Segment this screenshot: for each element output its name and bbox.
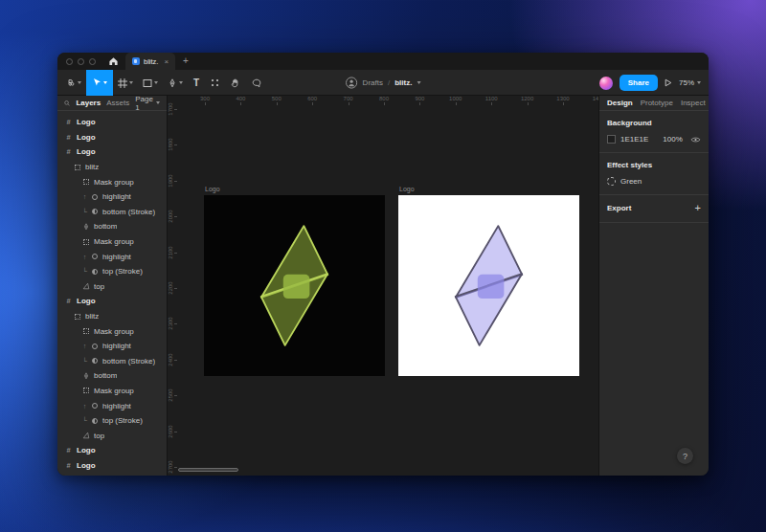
vector-icon (80, 372, 91, 380)
breadcrumb[interactable]: Drafts / blitz. (346, 70, 421, 96)
ellipse-icon (89, 344, 100, 349)
shape-tool-button[interactable] (138, 70, 163, 96)
background-hex[interactable]: 1E1E1E (620, 135, 648, 144)
layer-row[interactable]: #Logo (57, 144, 167, 160)
window-close-button[interactable] (66, 58, 73, 65)
background-opacity[interactable]: 100% (663, 135, 682, 144)
pen-tool-button[interactable] (163, 70, 188, 96)
layer-row[interactable]: Mask group (57, 323, 167, 339)
resources-tool-button[interactable] (205, 70, 225, 96)
ruler-tick (174, 395, 177, 396)
add-export-button[interactable]: + (695, 203, 701, 213)
tab-prototype[interactable]: Prototype (641, 99, 673, 107)
home-button[interactable] (104, 53, 122, 70)
vector-icon (80, 432, 91, 439)
visibility-toggle[interactable] (690, 136, 701, 144)
artboard-label[interactable]: Logo (205, 186, 220, 192)
layer-row[interactable]: ↑highlight (57, 398, 167, 413)
frame-icon: # (63, 133, 74, 142)
vector-icon (80, 223, 91, 231)
page-name: Page 1 (135, 96, 153, 112)
new-tab-button[interactable]: + (183, 56, 189, 66)
layer-row[interactable]: #Logo (57, 115, 167, 130)
tab-assets[interactable]: Assets (106, 99, 129, 107)
layer-row[interactable]: ↑highlight (57, 189, 167, 205)
file-tab[interactable]: blitz. × (125, 53, 175, 70)
mask-indicator-icon: └ (80, 209, 89, 215)
ruler-tick-label: 400 (230, 96, 251, 101)
toolbar: T Drafts / blitz. (57, 70, 709, 96)
zoom-menu[interactable]: 75% (679, 78, 701, 87)
layer-row[interactable]: #Logo (57, 458, 167, 474)
ruler-tick-label: 900 (409, 96, 430, 101)
pen-icon (168, 78, 177, 88)
layer-row[interactable]: └bottom (Stroke) (57, 354, 167, 369)
lightning-bolt-logo[interactable] (204, 195, 385, 376)
tab-layers[interactable]: Layers (76, 99, 101, 107)
chevron-down-icon (78, 81, 81, 84)
layer-name: Mask group (94, 327, 134, 336)
layer-row[interactable]: Mask group (57, 384, 167, 399)
move-cursor-icon (92, 78, 101, 88)
tab-design[interactable]: Design (607, 99, 633, 107)
search-icon[interactable] (64, 100, 70, 107)
frame-tool-button[interactable] (113, 70, 138, 96)
layer-row[interactable]: bottom (57, 368, 167, 384)
window-zoom-button[interactable] (89, 58, 96, 65)
window-minimize-button[interactable] (78, 58, 84, 65)
ruler-tick (312, 102, 313, 105)
layer-row[interactable]: #Logo (57, 294, 167, 309)
chevron-down-icon[interactable] (417, 81, 420, 84)
ruler-tick-label: 500 (266, 96, 287, 101)
layer-row[interactable]: └top (Stroke) (57, 413, 167, 429)
ruler-tick (240, 102, 241, 105)
layer-name: Logo (77, 297, 96, 305)
page-selector[interactable]: Page 1 (135, 96, 160, 112)
ruler-tick (491, 102, 492, 105)
layer-row[interactable]: bottom (57, 219, 167, 234)
lightning-bolt-logo[interactable] (398, 195, 579, 376)
mask-indicator-icon: └ (80, 268, 89, 275)
layer-row[interactable]: #Logo (57, 443, 167, 458)
layer-row[interactable]: Mask group (57, 174, 167, 189)
collaborator-avatar-icon (346, 77, 358, 89)
artboard-light[interactable]: Logo (398, 195, 579, 376)
layer-row[interactable]: ↑highlight (57, 339, 167, 354)
present-icon[interactable] (665, 78, 672, 87)
layer-row[interactable]: Mask group (57, 234, 167, 250)
ruler-tick (174, 216, 177, 217)
ruler-tick-label: 600 (302, 96, 323, 101)
canvas[interactable]: 3004005006007008009001000110012001300140… (168, 96, 598, 476)
text-tool-button[interactable]: T (188, 70, 205, 96)
layer-row[interactable]: blitz (57, 309, 167, 324)
artboard-dark[interactable]: Logo (204, 195, 385, 376)
mask-group-icon (80, 179, 91, 185)
main-menu-button[interactable] (61, 70, 86, 96)
layer-row[interactable]: └top (Stroke) (57, 264, 167, 279)
comment-tool-button[interactable] (246, 70, 267, 96)
share-button[interactable]: Share (620, 75, 658, 91)
effect-style-item[interactable]: Green (607, 177, 701, 186)
tab-inspect[interactable]: Inspect (681, 99, 706, 107)
horizontal-scrollbar[interactable] (178, 468, 238, 472)
tab-close-icon[interactable]: × (164, 57, 169, 66)
layer-name: Logo (77, 446, 96, 454)
help-button[interactable]: ? (677, 448, 693, 464)
ellipse-icon (89, 194, 100, 200)
ruler-tick (174, 467, 177, 468)
artboard-label[interactable]: Logo (399, 186, 415, 192)
layer-row[interactable]: top (57, 279, 167, 295)
project-name[interactable]: Drafts (363, 78, 383, 87)
layer-row[interactable]: #Logo (57, 130, 167, 145)
background-section: Background 1E1E1E 100% (599, 111, 709, 153)
layer-row[interactable]: top (57, 428, 167, 443)
user-avatar[interactable] (599, 77, 613, 90)
hand-tool-button[interactable] (225, 70, 246, 96)
layer-row[interactable]: ↑highlight (57, 249, 167, 264)
ruler-tick (174, 253, 177, 254)
file-name[interactable]: blitz. (394, 78, 412, 87)
layer-row[interactable]: └bottom (Stroke) (57, 205, 167, 220)
layer-row[interactable]: blitz (57, 160, 167, 175)
move-tool-button[interactable] (86, 70, 113, 96)
color-swatch[interactable] (607, 135, 616, 144)
